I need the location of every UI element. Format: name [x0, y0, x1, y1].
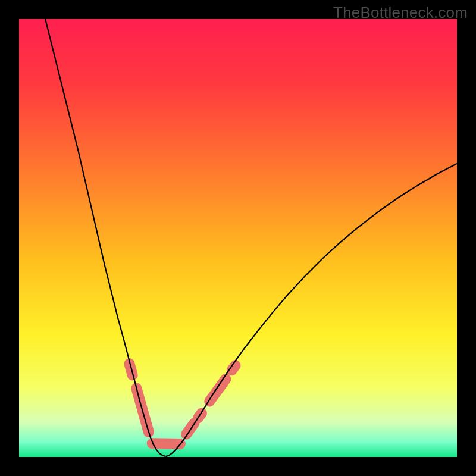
left-curve — [45, 19, 165, 456]
curves-layer — [19, 19, 457, 457]
right-curve — [166, 164, 457, 456]
highlight-segment — [209, 379, 226, 402]
chart-frame: TheBottleneck.com — [0, 0, 476, 476]
highlight-segment — [152, 443, 180, 444]
plot-area — [19, 19, 457, 457]
highlight-segments — [129, 364, 235, 444]
